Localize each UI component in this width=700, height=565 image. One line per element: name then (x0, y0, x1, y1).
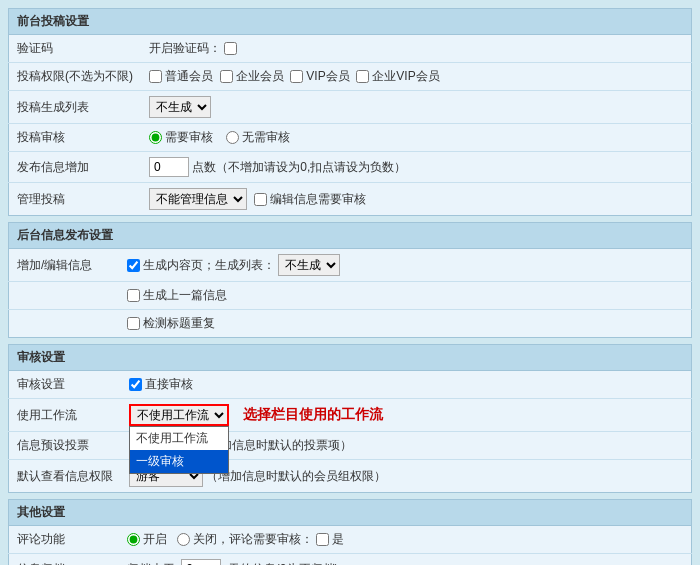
label-archive: 信息归档 (9, 554, 119, 566)
value-add-edit: 生成内容页；生成列表： 不生成 生成 (119, 249, 692, 282)
form-table-audit: 审核设置 直接审核 使用工作流 不使用工作流 一级审核 (8, 370, 692, 493)
row-list-generate: 投稿生成列表 不生成 生成 (9, 91, 692, 124)
value-review: 需要审核 无需审核 (141, 124, 692, 152)
section-header-other: 其他设置 (8, 499, 692, 525)
label-verify-code: 验证码 (9, 35, 142, 63)
points-label: 点数（不增加请设为0,扣点请设为负数） (192, 160, 406, 174)
prev-info-label: 生成上一篇信息 (127, 288, 227, 302)
label-points: 发布信息增加 (9, 152, 142, 183)
perm-enterprise-checkbox[interactable] (220, 70, 233, 83)
row-comment: 评论功能 开启 关闭，评论需要审核： 是 (9, 526, 692, 554)
row-manage: 管理投稿 不能管理信息 能管理信息 编辑信息需要审核 (9, 183, 692, 216)
row-permission: 投稿权限(不选为不限) 普通会员 企业会员 VIP会员 企业VIP会员 (9, 63, 692, 91)
comment-audit-checkbox[interactable] (316, 533, 329, 546)
row-prev-info: 生成上一篇信息 (9, 282, 692, 310)
form-table-frontend: 验证码 开启验证码： 投稿权限(不选为不限) 普通会员 企业会员 VIP会员 企… (8, 34, 692, 216)
comment-open-radio[interactable] (127, 533, 140, 546)
perm-normal: 普通会员 (149, 69, 213, 83)
add-edit-checkbox[interactable] (127, 259, 140, 272)
direct-review-label: 直接审核 (129, 377, 193, 391)
workflow-select[interactable]: 不使用工作流 一级审核 (129, 404, 229, 426)
label-list-generate: 投稿生成列表 (9, 91, 142, 124)
direct-review-checkbox[interactable] (129, 378, 142, 391)
perm-enterprise-vip-checkbox[interactable] (356, 70, 369, 83)
review-need-radio[interactable] (149, 131, 162, 144)
add-edit-label: 生成内容页；生成列表： (127, 258, 278, 272)
comment-open-label: 开启 (127, 532, 170, 546)
value-workflow: 不使用工作流 一级审核 不使用工作流 一级审核 选择栏目使用的工作流 (121, 399, 692, 432)
perm-enterprise: 企业会员 (220, 69, 284, 83)
row-review: 投稿审核 需要审核 无需审核 (9, 124, 692, 152)
workflow-option-none[interactable]: 不使用工作流 (130, 427, 228, 450)
value-list-generate: 不生成 生成 (141, 91, 692, 124)
row-points: 发布信息增加 点数（不增加请设为0,扣点请设为负数） (9, 152, 692, 183)
section-other: 其他设置 评论功能 开启 关闭，评论需要审核： 是 信息归档 (8, 499, 692, 565)
row-default-view: 默认查看信息权限 游客 普通会员 VIP会员 （增加信息时默认的会员组权限） (9, 460, 692, 493)
label-permission: 投稿权限(不选为不限) (9, 63, 142, 91)
label-add-edit: 增加/编辑信息 (9, 249, 119, 282)
label-comment: 评论功能 (9, 526, 119, 554)
perm-normal-checkbox[interactable] (149, 70, 162, 83)
default-view-note: （增加信息时默认的会员组权限） (206, 469, 386, 483)
manage-edit-checkbox[interactable] (254, 193, 267, 206)
section-frontend: 前台投稿设置 验证码 开启验证码： 投稿权限(不选为不限) 普通会员 企业会员 … (8, 8, 692, 216)
archive-input[interactable] (181, 559, 221, 565)
form-table-other: 评论功能 开启 关闭，评论需要审核： 是 信息归档 归档大于 (8, 525, 692, 565)
points-input[interactable] (149, 157, 189, 177)
label-workflow: 使用工作流 (9, 399, 122, 432)
workflow-dropdown-container: 不使用工作流 一级审核 不使用工作流 一级审核 (129, 404, 229, 426)
label-detect (9, 310, 119, 338)
workflow-row: 不使用工作流 一级审核 不使用工作流 一级审核 选择栏目使用的工作流 (129, 404, 683, 426)
value-archive: 归档大于 天的信息(0为不归档) (119, 554, 692, 566)
review-noneed-label: 无需审核 (226, 130, 290, 144)
form-table-backend: 增加/编辑信息 生成内容页；生成列表： 不生成 生成 生成上一篇信息 (8, 248, 692, 338)
label-prev-info (9, 282, 119, 310)
comment-audit-label: 是 (316, 532, 344, 546)
workflow-highlight-text: 选择栏目使用的工作流 (243, 406, 383, 424)
value-detect: 检测标题重复 (119, 310, 692, 338)
review-noneed-radio[interactable] (226, 131, 239, 144)
manage-select[interactable]: 不能管理信息 能管理信息 (149, 188, 247, 210)
section-backend: 后台信息发布设置 增加/编辑信息 生成内容页；生成列表： 不生成 生成 (8, 222, 692, 338)
row-workflow: 使用工作流 不使用工作流 一级审核 不使用工作流 一级审核 (9, 399, 692, 432)
value-verify-code: 开启验证码： (141, 35, 692, 63)
perm-vip: VIP会员 (290, 69, 349, 83)
label-direct-review: 审核设置 (9, 371, 122, 399)
value-direct-review: 直接审核 (121, 371, 692, 399)
workflow-dropdown-popup: 不使用工作流 一级审核 (129, 426, 229, 474)
comment-close-radio[interactable] (177, 533, 190, 546)
list-generate-select[interactable]: 不生成 生成 (149, 96, 211, 118)
verify-code-label: 开启验证码： (149, 41, 240, 55)
add-edit-select[interactable]: 不生成 生成 (278, 254, 340, 276)
value-permission: 普通会员 企业会员 VIP会员 企业VIP会员 (141, 63, 692, 91)
detect-label: 检测标题重复 (127, 316, 215, 330)
value-manage: 不能管理信息 能管理信息 编辑信息需要审核 (141, 183, 692, 216)
verify-code-checkbox[interactable] (224, 42, 237, 55)
perm-vip-checkbox[interactable] (290, 70, 303, 83)
review-need-label: 需要审核 (149, 130, 216, 144)
row-detect: 检测标题重复 (9, 310, 692, 338)
main-container: 前台投稿设置 验证码 开启验证码： 投稿权限(不选为不限) 普通会员 企业会员 … (0, 0, 700, 565)
section-audit: 审核设置 审核设置 直接审核 使用工作流 不使用工作流 (8, 344, 692, 493)
row-direct-review: 审核设置 直接审核 (9, 371, 692, 399)
row-archive: 信息归档 归档大于 天的信息(0为不归档) (9, 554, 692, 566)
row-preset-vote: 信息预设投票 预设投票 （增加信息时默认的投票项） (9, 432, 692, 460)
row-verify-code: 验证码 开启验证码： (9, 35, 692, 63)
manage-edit-label: 编辑信息需要审核 (254, 192, 366, 206)
detect-checkbox[interactable] (127, 317, 140, 330)
value-points: 点数（不增加请设为0,扣点请设为负数） (141, 152, 692, 183)
workflow-option-first[interactable]: 一级审核 (130, 450, 228, 473)
section-header-backend: 后台信息发布设置 (8, 222, 692, 248)
section-header-audit: 审核设置 (8, 344, 692, 370)
value-comment: 开启 关闭，评论需要审核： 是 (119, 526, 692, 554)
section-header-frontend: 前台投稿设置 (8, 8, 692, 34)
value-prev-info: 生成上一篇信息 (119, 282, 692, 310)
row-add-edit: 增加/编辑信息 生成内容页；生成列表： 不生成 生成 (9, 249, 692, 282)
perm-enterprise-vip: 企业VIP会员 (356, 69, 439, 83)
label-default-view: 默认查看信息权限 (9, 460, 122, 493)
comment-close-label: 关闭，评论需要审核： (177, 532, 316, 546)
label-manage: 管理投稿 (9, 183, 142, 216)
label-review: 投稿审核 (9, 124, 142, 152)
verify-code-text: 开启验证码： (149, 41, 221, 55)
prev-info-checkbox[interactable] (127, 289, 140, 302)
